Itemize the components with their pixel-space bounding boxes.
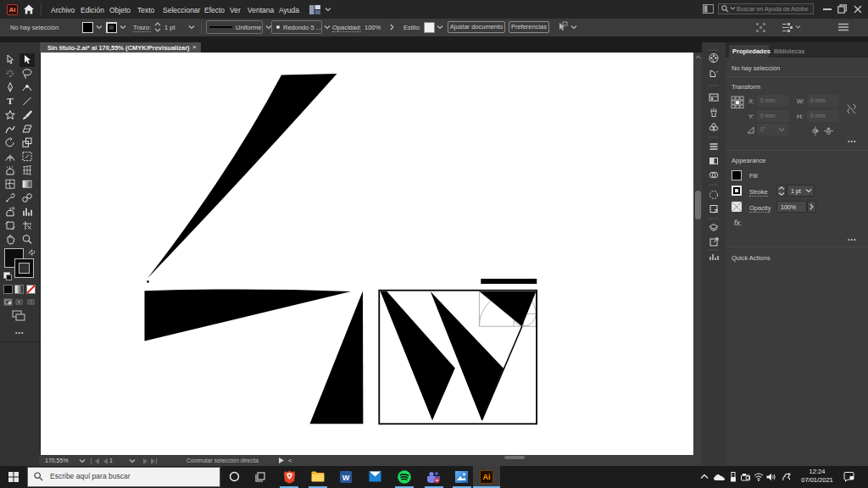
svg-text:W: W: [342, 474, 350, 482]
svg-text:T: T: [7, 96, 14, 106]
